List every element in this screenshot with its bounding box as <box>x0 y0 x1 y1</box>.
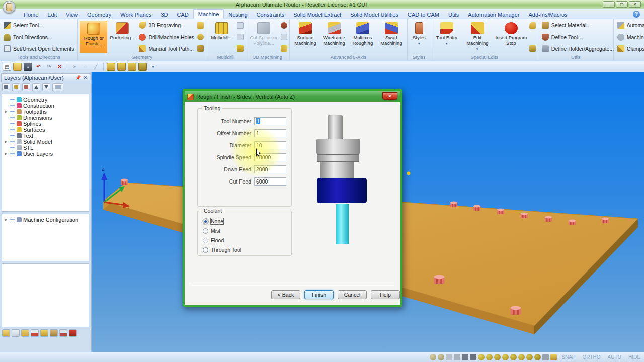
lasso-select-icon[interactable]: ◌ <box>81 63 90 71</box>
layer-item-stl[interactable]: STL <box>2 145 89 151</box>
wireframe-machining-button[interactable]: Wireframe Machining <box>320 21 348 53</box>
coolant-option-mist[interactable]: Mist <box>203 227 220 234</box>
page-view-icon[interactable] <box>12 329 20 337</box>
window-titlebar[interactable]: Alphacam Ultimate Router - Reseller Lice… <box>0 0 644 9</box>
coolant-option-flood[interactable]: Flood <box>203 237 224 244</box>
pocketing-button[interactable]: Pocketing... <box>109 21 136 53</box>
material-box-icon[interactable] <box>50 329 58 337</box>
geometry-extra-icon-3[interactable] <box>197 45 204 52</box>
status-arrow-icon[interactable] <box>454 354 460 360</box>
layer-visibility-icon[interactable] <box>10 116 15 120</box>
status-coin-icon-6[interactable] <box>518 354 525 360</box>
tab-home[interactable]: Home <box>19 10 43 19</box>
layer-visibility-icon[interactable] <box>10 122 15 126</box>
tab-work-planes[interactable]: Work Planes <box>116 10 156 19</box>
tool-number-input[interactable]: 1 <box>254 117 286 125</box>
multidrill-extra-icon-3[interactable] <box>237 45 244 52</box>
multidrill-button[interactable]: Multidrill... <box>208 21 235 53</box>
tool-directions-button[interactable]: Tool Directions... <box>2 34 75 41</box>
tab-automation-manager[interactable]: Automation Manager <box>463 10 524 19</box>
clamps-fixtures-button[interactable]: Clamps/Fixtures <box>616 45 644 52</box>
geometry-extra-icon-2[interactable] <box>197 34 204 40</box>
styles-button[interactable]: Styles <box>410 21 429 53</box>
status-y-axis-icon[interactable] <box>462 354 468 360</box>
search-drawing-icon[interactable] <box>59 329 67 337</box>
toolbar-overflow-icon[interactable]: ▾ <box>149 63 157 71</box>
undo-icon[interactable]: ↶ <box>34 63 43 71</box>
insert-program-stop-button[interactable]: Insert Program Stop <box>495 21 528 53</box>
swarf-machining-button[interactable]: Swarf Machining <box>378 21 405 53</box>
zoom-window-icon[interactable] <box>107 63 115 71</box>
status-coin-icon-4[interactable] <box>502 354 509 360</box>
3d-machining-extra-icon-3[interactable] <box>281 45 287 52</box>
layer-item-user-layers[interactable]: ▶ User Layers <box>2 151 89 157</box>
multiaxis-roughing-button[interactable]: Multiaxis Roughing <box>349 21 376 53</box>
layer-item-geometry[interactable]: Geometry <box>2 97 89 103</box>
select-arrow-icon[interactable]: ➤ <box>70 63 79 71</box>
help-icon[interactable]: ? <box>633 11 640 18</box>
layer-options-icon[interactable] <box>52 83 63 91</box>
status-coin-icon-5[interactable] <box>510 354 517 360</box>
status-coin-icon-7[interactable] <box>526 354 533 360</box>
tab-machine[interactable]: Machine <box>193 9 224 19</box>
layer-visibility-icon[interactable] <box>10 218 15 222</box>
status-snap-grid-icon[interactable] <box>438 354 444 360</box>
layer-visibility-icon[interactable] <box>10 146 15 150</box>
open-drawing-icon[interactable] <box>21 329 29 337</box>
layer-visibility-icon[interactable] <box>10 152 15 156</box>
help-button[interactable]: Help <box>371 290 400 299</box>
new-file-icon[interactable]: ▤ <box>3 63 11 71</box>
project-folder-icon[interactable] <box>2 329 10 337</box>
layers-new-icon[interactable] <box>2 83 10 91</box>
3d-engraving-button[interactable]: 3D Engraving... <box>137 22 195 29</box>
zoom-extents-icon[interactable] <box>117 63 126 71</box>
redo-icon[interactable]: ↷ <box>45 63 53 71</box>
set-unset-open-elements-button[interactable]: Set/Unset Open Elements <box>2 45 75 52</box>
record-icon[interactable] <box>31 329 39 337</box>
tab-utils[interactable]: Utils <box>444 10 463 19</box>
layer-item-text[interactable]: Text <box>2 133 89 139</box>
3d-machining-extra-icon-2[interactable] <box>281 34 287 40</box>
special-edits-extra-icon-2[interactable] <box>529 45 536 52</box>
tab-view[interactable]: View <box>61 10 83 19</box>
special-edits-extra-icon-1[interactable] <box>529 22 536 29</box>
tab-solid-model-extract[interactable]: Solid Model Extract <box>289 10 346 19</box>
cancel-button[interactable]: Cancel <box>338 290 367 299</box>
move-up-icon[interactable] <box>32 83 40 91</box>
status-snap-point-icon[interactable] <box>430 354 436 360</box>
machine-configuration-button[interactable]: Machine Configuration <box>616 34 644 41</box>
layer-visibility-icon[interactable] <box>10 128 15 132</box>
layer-item-solid-model[interactable]: ▶ Solid Model <box>2 139 89 145</box>
minimize-button[interactable]: — <box>603 1 615 8</box>
layer-visibility-icon[interactable] <box>10 110 15 114</box>
tab-3d[interactable]: 3D <box>156 10 172 19</box>
coolant-option-none[interactable]: None <box>203 218 223 225</box>
status-drop-icon[interactable] <box>542 354 549 360</box>
finish-button[interactable]: Finish <box>304 290 334 299</box>
close-panel-icon[interactable]: ✕ <box>83 75 87 80</box>
save-icon[interactable]: ▪ <box>24 63 32 71</box>
geometry-extra-icon-1[interactable] <box>197 22 204 29</box>
dialog-titlebar[interactable]: Rough / Finish - Sides : Vertical (Auto … <box>185 91 400 102</box>
layer-visibility-icon[interactable] <box>10 104 15 108</box>
layer-item-splines[interactable]: Splines <box>2 121 89 127</box>
layer-item-construction[interactable]: Construction <box>2 103 89 109</box>
layer-item-surfaces[interactable]: Surfaces <box>2 127 89 133</box>
define-holder-aggregate-button[interactable]: Define Holder/Aggregate... <box>540 45 615 52</box>
select-tool-button[interactable]: Select Tool... <box>2 22 75 29</box>
layers-refresh-icon[interactable] <box>22 83 30 91</box>
status-z-axis-icon[interactable] <box>470 354 476 360</box>
tab-cad[interactable]: CAD <box>172 10 193 19</box>
layer-item-dimensions[interactable]: Dimensions <box>2 115 89 121</box>
layers-panel-header[interactable]: Layers (Alphacam/User) 📌 ✕ <box>1 73 90 82</box>
status-select-icon[interactable] <box>446 354 452 360</box>
select-material-button[interactable]: Select Material... <box>540 22 615 29</box>
tab-nesting[interactable]: Nesting <box>224 10 252 19</box>
ortho-toggle[interactable]: ORTHO <box>580 353 603 361</box>
automatic-rapid-manager-button[interactable]: Automatic Rapid Manager... <box>616 22 644 29</box>
maximize-button[interactable]: ▢ <box>616 1 628 8</box>
tool-hook-icon[interactable] <box>40 329 48 337</box>
tab-addins-macros[interactable]: Add-Ins/Macros <box>524 10 572 19</box>
measure-line-icon[interactable]: ╱ <box>92 63 100 71</box>
status-coin-icon-2[interactable] <box>486 354 493 360</box>
